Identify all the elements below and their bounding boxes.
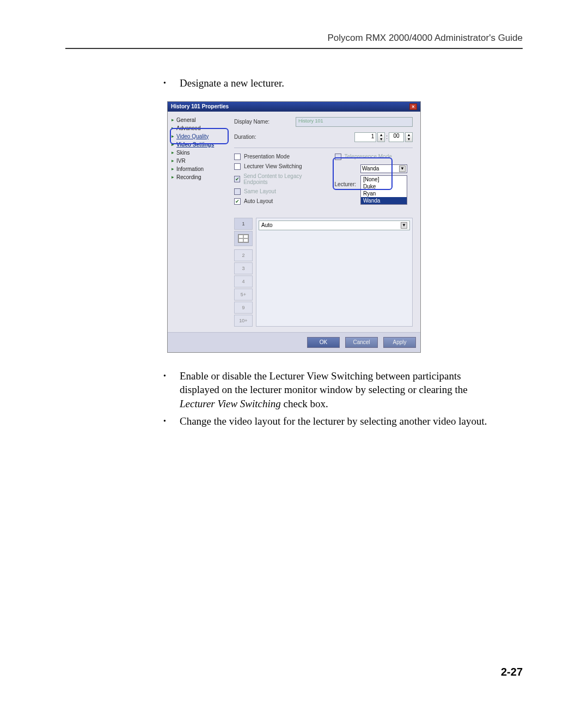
layout-preview-icon (238, 234, 249, 243)
bullet-text-1: Designate a new lecturer. (180, 76, 501, 90)
minutes-spinner[interactable]: ▲▼ (405, 132, 413, 142)
display-name-input[interactable]: History 101 (296, 117, 413, 127)
layout-tab-1[interactable]: 1 (234, 218, 253, 230)
checkbox-icon[interactable] (234, 198, 241, 205)
checkbox-icon (234, 176, 240, 182)
chevron-right-icon: ▸ (171, 166, 174, 171)
layout-tab-4[interactable]: 4 (234, 275, 253, 287)
telepresence-mode-check: Telepresence Mode (335, 154, 407, 160)
checkbox-icon[interactable] (234, 163, 241, 170)
close-icon[interactable]: × (409, 103, 417, 110)
duration-label: Duration: (234, 134, 291, 140)
layout-auto-select[interactable]: Auto ▼ (259, 220, 410, 230)
bullet-list-continued: • Enable or disable the Lecturer View Sw… (163, 369, 501, 428)
layout-area: 1 2 3 4 5+ 9 10+ Auto (234, 218, 413, 327)
dropdown-item[interactable]: [None] (361, 176, 407, 183)
properties-dialog: History 101 Properties × ▸General ▸Advan… (167, 101, 421, 353)
display-name-label: Display Name: (234, 119, 291, 125)
apply-button[interactable]: Apply (383, 337, 416, 348)
layout-tab-5plus[interactable]: 5+ (234, 289, 253, 301)
bullet-text-2: Enable or disable the Lecturer View Swit… (180, 369, 501, 411)
nav-item-recording[interactable]: ▸Recording (170, 173, 224, 181)
nav-item-video-quality[interactable]: ▸Video Quality (170, 132, 224, 140)
chevron-down-icon[interactable]: ▼ (401, 222, 407, 229)
send-content-check: Send Content to Legacy Endpoints (234, 173, 321, 185)
dropdown-item[interactable]: Wanda (361, 197, 407, 204)
nav-item-ivr[interactable]: ▸IVR (170, 157, 224, 165)
auto-layout-check[interactable]: Auto Layout (234, 198, 321, 205)
layout-tab-preview[interactable] (234, 231, 253, 246)
lecturer-dropdown[interactable]: [None] Duke Ryan Wanda (360, 175, 407, 205)
checkbox-icon (234, 188, 241, 195)
layout-tab-9[interactable]: 9 (234, 302, 253, 314)
cancel-button[interactable]: Cancel (345, 337, 378, 348)
dialog-titlebar[interactable]: History 101 Properties × (168, 102, 420, 112)
dropdown-item[interactable]: Ryan (361, 190, 407, 197)
layout-tab-3[interactable]: 3 (234, 262, 253, 274)
layout-panel: Auto ▼ (256, 218, 413, 327)
bullet-dot: • (163, 414, 180, 428)
checkbox-icon[interactable] (234, 154, 241, 160)
hours-spinner[interactable]: ▲▼ (377, 132, 385, 142)
nav-item-video-settings[interactable]: ▸Video Settings (170, 140, 224, 149)
lecturer-combo[interactable]: Wanda ▼ (360, 164, 407, 173)
layout-tab-2[interactable]: 2 (234, 249, 253, 261)
chevron-right-icon: ▸ (171, 117, 174, 122)
chevron-down-icon[interactable]: ▼ (399, 166, 406, 172)
page-number: 2-27 (501, 666, 523, 678)
same-layout-check: Same Layout (234, 188, 321, 195)
page-header: Polycom RMX 2000/4000 Administrator's Gu… (65, 33, 523, 44)
dropdown-item[interactable]: Duke (361, 183, 407, 190)
chevron-right-icon: ▸ (171, 133, 174, 139)
lecturer-view-switching-check[interactable]: Lecturer View Switching (234, 163, 321, 170)
bullet-dot: • (163, 76, 180, 90)
duration-colon: : (386, 134, 388, 140)
layout-tab-10plus[interactable]: 10+ (234, 315, 253, 327)
dialog-buttons: OK Cancel Apply (168, 332, 420, 352)
chevron-right-icon: ▸ (171, 174, 174, 180)
separator (234, 148, 413, 148)
bullet-dot: • (163, 369, 180, 411)
chevron-right-icon: ▸ (171, 150, 174, 155)
duration-hours[interactable]: 1 (354, 132, 376, 142)
nav-item-information[interactable]: ▸Information (170, 165, 224, 173)
nav-item-skins[interactable]: ▸Skins (170, 149, 224, 157)
chevron-right-icon: ▸ (171, 125, 174, 131)
duration-minutes[interactable]: 00 (389, 132, 404, 142)
checkbox-icon (335, 154, 341, 160)
ok-button[interactable]: OK (307, 337, 340, 348)
presentation-mode-check[interactable]: Presentation Mode (234, 154, 321, 160)
nav-pane: ▸General ▸Advanced ▸Video Quality ▸Video… (168, 112, 226, 332)
layout-tabs: 1 2 3 4 5+ 9 10+ (234, 218, 253, 327)
lecturer-label: Lecturer: (335, 181, 356, 187)
main-pane: Display Name: History 101 Duration: 1 ▲▼… (226, 112, 420, 332)
header-rule (65, 48, 523, 49)
bullet-text-3: Change the video layout for the lecturer… (180, 414, 501, 428)
dialog-title: History 101 Properties (171, 103, 229, 109)
chevron-right-icon: ▸ (171, 142, 174, 147)
nav-item-general[interactable]: ▸General (170, 116, 224, 124)
chevron-right-icon: ▸ (171, 158, 174, 163)
nav-item-advanced[interactable]: ▸Advanced (170, 124, 224, 132)
duration-group: 1 ▲▼ : 00 ▲▼ (354, 132, 413, 142)
bullet-list: • Designate a new lecturer. (163, 76, 501, 90)
